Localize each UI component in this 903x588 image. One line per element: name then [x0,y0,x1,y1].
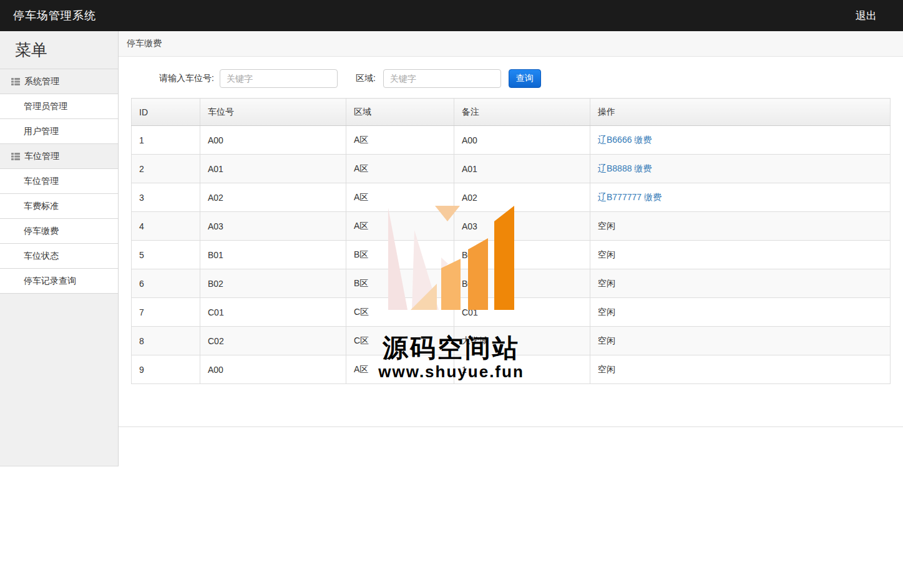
sidebar-item-label: 车位状态 [24,251,59,262]
spot-number-input[interactable] [220,69,338,88]
cell-id: 3 [132,183,200,212]
query-button[interactable]: 查询 [509,69,541,88]
header-area: 区域 [346,99,454,126]
cell-status-idle: 空闲 [590,355,891,384]
cell-area: A区 [346,183,454,212]
page: 停车场管理系统 退出 菜单 系统管理 管理员管理 用户管理 [0,0,903,588]
header-id: ID [132,99,200,126]
logout-button[interactable]: 退出 [856,9,877,23]
cell-area: A区 [346,126,454,155]
table-row: 3 A02 A区 A02 辽B777777 缴费 [132,183,891,212]
cell-id: 2 [132,155,200,183]
breadcrumb: 停车缴费 [119,38,162,49]
cell-spot: B02 [200,269,346,298]
cell-spot: A03 [200,212,346,241]
table-header-row: ID 车位号 区域 备注 操作 [132,99,891,126]
cell-spot: A01 [200,155,346,183]
cell-id: 9 [132,355,200,384]
cell-id: 8 [132,327,200,355]
list-icon [11,77,20,86]
header-action: 操作 [590,99,891,126]
app-title[interactable]: 停车场管理系统 [0,8,96,23]
pay-link[interactable]: 辽B777777 缴费 [598,192,661,202]
top-navbar: 停车场管理系统 退出 [0,0,903,31]
cell-area: A区 [346,155,454,183]
sidebar-item-admin-management[interactable]: 管理员管理 [0,94,118,119]
cell-note: A00 [454,126,590,155]
cell-note: B01 [454,241,590,269]
cell-note: C01 [454,298,590,327]
sidebar-item-user-management[interactable]: 用户管理 [0,119,118,144]
cell-id: 5 [132,241,200,269]
header-note: 备注 [454,99,590,126]
search-form: 请输入车位号: 区域: 查询 [159,69,903,88]
table-row: 9 A00 A区 1 空闲 [132,355,891,384]
cell-area: B区 [346,241,454,269]
cell-spot: B01 [200,241,346,269]
cell-note: A03 [454,212,590,241]
cell-spot: C02 [200,327,346,355]
main-content: 停车缴费 请输入车位号: 区域: 查询 ID 车位号 区域 备注 操作 [119,31,903,427]
cell-status-idle: 空闲 [590,269,891,298]
sidebar-item-label: 车位管理 [24,151,59,162]
table-row: 1 A00 A区 A00 辽B6666 缴费 [132,126,891,155]
breadcrumb-bar: 停车缴费 [119,31,903,57]
pay-link[interactable]: 辽B8888 缴费 [598,163,652,173]
cell-status-idle: 空闲 [590,327,891,355]
cell-note: A01 [454,155,590,183]
cell-note: 大学城 [454,327,590,355]
cell-note: B02 [454,269,590,298]
sidebar-item-label: 管理员管理 [24,101,67,112]
pay-link[interactable]: 辽B6666 缴费 [598,135,652,145]
table-row: 6 B02 B区 B02 空闲 [132,269,891,298]
cell-area: A区 [346,212,454,241]
cell-spot: A02 [200,183,346,212]
cell-note: 1 [454,355,590,384]
cell-area: C区 [346,298,454,327]
area-label: 区域: [356,73,376,84]
sidebar-item-spot-status[interactable]: 车位状态 [0,244,118,269]
sidebar-item-label: 系统管理 [24,76,59,87]
list-icon [11,152,20,161]
cell-spot: C01 [200,298,346,327]
sidebar-item-parking-record-query[interactable]: 停车记录查询 [0,269,118,294]
cell-area: B区 [346,269,454,298]
header-spot: 车位号 [200,99,346,126]
table-row: 5 B01 B区 B01 空闲 [132,241,891,269]
table-row: 7 C01 C区 C01 空闲 [132,298,891,327]
sidebar-item-label: 车费标准 [24,201,59,212]
cell-note: A02 [454,183,590,212]
sidebar-item-label: 停车记录查询 [24,276,76,287]
cell-status-idle: 空闲 [590,241,891,269]
cell-spot: A00 [200,126,346,155]
sidebar-item-label: 停车缴费 [24,226,59,237]
cell-id: 4 [132,212,200,241]
cell-status-idle: 空闲 [590,298,891,327]
sidebar-item-label: 用户管理 [24,126,59,137]
spot-number-label: 请输入车位号: [159,73,214,84]
cell-spot: A00 [200,355,346,384]
cell-id: 6 [132,269,200,298]
cell-area: A区 [346,355,454,384]
table-row: 4 A03 A区 A03 空闲 [132,212,891,241]
cell-status-idle: 空闲 [590,212,891,241]
table-row: 8 C02 C区 大学城 空闲 [132,327,891,355]
cell-area: C区 [346,327,454,355]
parking-payment-table: ID 车位号 区域 备注 操作 1 A00 A区 A00 辽B6666 缴费 2 [131,98,891,384]
sidebar-item-label: 车位管理 [24,176,59,187]
area-input[interactable] [383,69,501,88]
sidebar-item-parking-management-group[interactable]: 车位管理 [0,144,118,169]
sidebar-item-system-management[interactable]: 系统管理 [0,69,118,94]
sidebar-title: 菜单 [0,31,118,69]
table-row: 2 A01 A区 A01 辽B8888 缴费 [132,155,891,183]
cell-id: 1 [132,126,200,155]
sidebar-item-fee-standard[interactable]: 车费标准 [0,194,118,219]
cell-id: 7 [132,298,200,327]
sidebar-item-parking-spot-management[interactable]: 车位管理 [0,169,118,194]
sidebar: 菜单 系统管理 管理员管理 用户管理 [0,31,119,466]
sidebar-item-parking-payment[interactable]: 停车缴费 [0,219,118,244]
